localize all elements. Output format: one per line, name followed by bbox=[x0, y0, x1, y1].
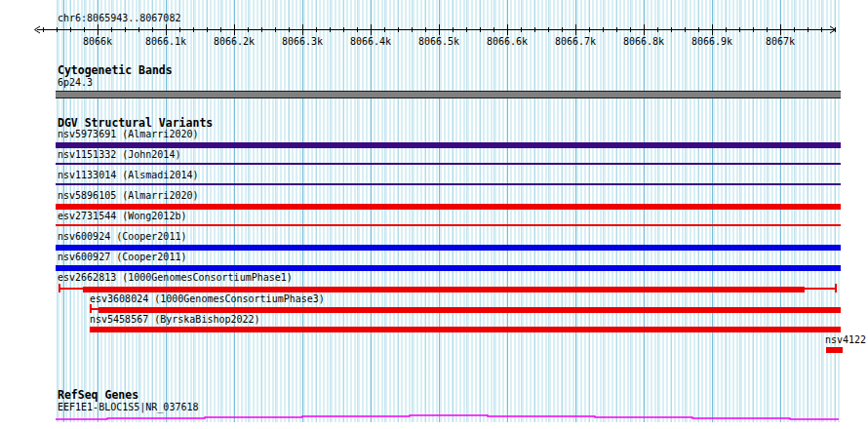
variant-bracket-right[interactable] bbox=[835, 284, 837, 292]
variant-label: nsv1133014 (Alsmadi2014) bbox=[58, 170, 199, 181]
variant-label: esv3608024 (1000GenomesConsortiumPhase3) bbox=[90, 293, 325, 305]
variant-bar[interactable] bbox=[56, 163, 841, 165]
variant-label: nsv600927 (Cooper2011) bbox=[58, 252, 186, 263]
ruler-tick-label: 8066.2k bbox=[214, 36, 255, 47]
cytoband-label: 6p24.3 bbox=[58, 77, 93, 89]
variant-bar[interactable] bbox=[56, 245, 841, 251]
variant-bar[interactable] bbox=[56, 224, 841, 226]
variant-range-line[interactable] bbox=[92, 308, 99, 310]
cytoband-bar[interactable] bbox=[56, 91, 841, 98]
variant-label: nsv1151332 (John2014) bbox=[58, 149, 180, 161]
variant-label: nsv5973691 (Almarri2020) bbox=[58, 129, 199, 140]
refseq-gene-label: EEF1E1-BLOC1S5|NR_037618 bbox=[58, 402, 199, 413]
ruler-tick-label: 8066.4k bbox=[350, 36, 391, 47]
variant-label: nsv600924 (Cooper2011) bbox=[58, 231, 186, 243]
variant-bar[interactable] bbox=[56, 183, 841, 185]
ruler-tick-label: 8066.7k bbox=[555, 36, 596, 47]
ruler-tick-label: 8066.9k bbox=[691, 36, 732, 47]
variant-range-line[interactable] bbox=[60, 288, 83, 290]
variant-bar[interactable] bbox=[83, 287, 805, 292]
variant-bar[interactable] bbox=[56, 204, 841, 210]
variant-range-line[interactable] bbox=[805, 288, 835, 290]
variant-label: nsv5896105 (Almarri2020) bbox=[58, 190, 199, 202]
ruler-tick-label: 8066.1k bbox=[145, 36, 186, 47]
ruler-tick-label: 8066.5k bbox=[418, 36, 459, 47]
variant-bar[interactable] bbox=[826, 347, 843, 353]
ruler-tick-label: 8067k bbox=[766, 36, 795, 47]
variant-label: esv2731544 (Wong2012b) bbox=[58, 211, 186, 222]
variant-bar[interactable] bbox=[99, 307, 841, 313]
variant-bar[interactable] bbox=[56, 265, 841, 271]
refseq-track-header: RefSeq Genes bbox=[58, 389, 138, 402]
variant-bar[interactable] bbox=[56, 142, 841, 148]
ruler-axis bbox=[0, 0, 868, 58]
ruler-tick-label: 8066.6k bbox=[487, 36, 528, 47]
variant-label: nsv5458567 (ByrskaBishop2022) bbox=[90, 314, 260, 326]
variant-bar[interactable] bbox=[90, 327, 841, 332]
variant-label: esv2662813 (1000GenomesConsortiumPhase1) bbox=[58, 272, 293, 284]
ruler-tick-label: 8066k bbox=[83, 36, 112, 47]
variant-label: nsv4122 bbox=[825, 334, 866, 346]
genome-browser-panel: chr6:8065943..8067082 8066k8066.1k8066.2… bbox=[0, 0, 868, 429]
ruler-tick-label: 8066.8k bbox=[623, 36, 664, 47]
ruler-tick-label: 8066.3k bbox=[282, 36, 323, 47]
cytoband-track-header: Cytogenetic Bands bbox=[58, 64, 173, 77]
